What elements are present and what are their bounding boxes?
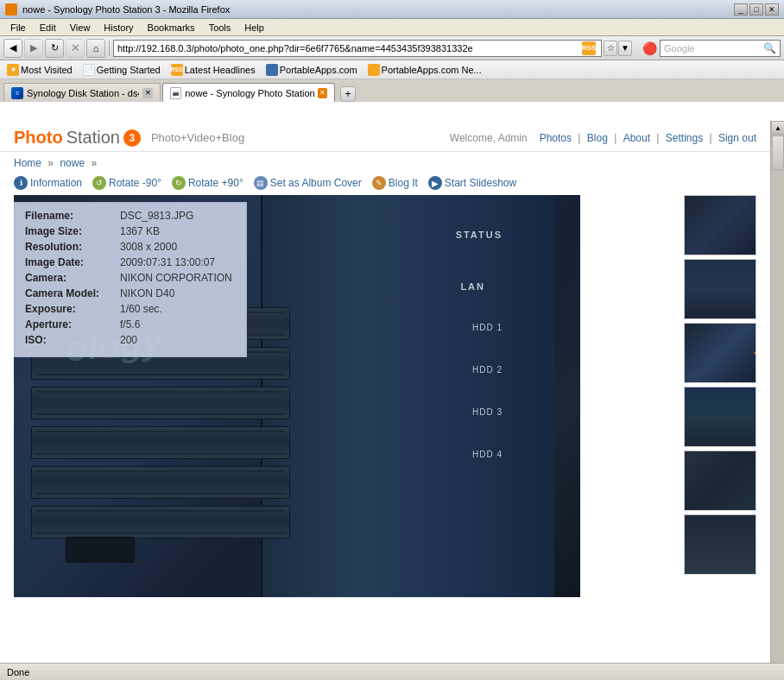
blog-icon: ✎: [372, 176, 386, 190]
usb-area: [66, 537, 135, 563]
thumbnails-sidebar: [677, 195, 756, 651]
nas-hdd1-label: HDD 1: [472, 323, 503, 332]
drive-bay-4: [31, 426, 290, 459]
nav-separator: [109, 41, 110, 56]
thumb-3[interactable]: [684, 323, 756, 383]
iso-label: ISO:: [25, 334, 120, 346]
toolbar-slideshow[interactable]: ▶ Start Slideshow: [428, 176, 516, 190]
aperture-value: f/5.6: [120, 318, 140, 331]
menu-history[interactable]: History: [97, 21, 140, 35]
scrollbar-right[interactable]: ▲ ▼: [770, 121, 784, 680]
nav-blog[interactable]: Blog: [587, 132, 608, 144]
thumb-6[interactable]: [684, 514, 756, 575]
breadcrumb-home[interactable]: Home: [14, 157, 41, 169]
logo-subtitle: Photo+Video+Blog: [151, 131, 244, 144]
tab-close-photo-station[interactable]: ✕: [318, 88, 327, 98]
page-content: Photo Station 3 Photo+Video+Blog Welcome…: [0, 121, 770, 663]
rotate-ccw-icon: ↺: [92, 176, 106, 190]
bookmark-portable-apps-ne[interactable]: PortableApps.com Ne...: [364, 63, 485, 77]
menu-view[interactable]: View: [63, 21, 98, 35]
imagesize-label: Image Size:: [25, 225, 120, 237]
app-nav: Welcome, Admin Photos | Blog | About | S…: [446, 132, 756, 144]
minimize-button[interactable]: _: [734, 3, 748, 16]
thumb-2[interactable]: [684, 259, 756, 319]
tab-bar: S Synology Disk Station - ds409 ✕ 📷 nowe…: [0, 79, 784, 102]
menu-help[interactable]: Help: [237, 21, 271, 35]
bookmark-list-button[interactable]: ▼: [618, 41, 632, 56]
bookmark-star-button[interactable]: ☆: [604, 41, 617, 56]
drive-bay-5: [31, 466, 290, 499]
menu-tools[interactable]: Tools: [202, 21, 238, 35]
breadcrumb: Home » nowe »: [0, 152, 770, 174]
nas-hdd4-label: HDD 4: [472, 450, 503, 459]
thumb-1[interactable]: [684, 195, 756, 255]
thumb-5-image: [685, 451, 756, 510]
resolution-label: Resolution:: [25, 241, 120, 253]
menu-bookmarks[interactable]: Bookmarks: [141, 21, 202, 35]
drive-bay-6: [31, 506, 290, 538]
scroll-up-button[interactable]: ▲: [771, 121, 784, 135]
aperture-label: Aperture:: [25, 318, 120, 331]
info-exposure-row: Exposure: 1/60 sec.: [25, 303, 236, 315]
toolbar-rotate-cw[interactable]: ↻ Rotate +90°: [172, 176, 243, 190]
bookmark-most-visited[interactable]: ★ Most Visited: [3, 63, 76, 77]
filename-value: DSC_9813.JPG: [120, 210, 193, 222]
google-search-button[interactable]: 🔍: [763, 42, 776, 54]
nav-signout[interactable]: Sign out: [718, 132, 756, 144]
home-button[interactable]: ⌂: [86, 39, 105, 58]
welcome-text: Welcome, Admin: [450, 132, 528, 144]
stop-button[interactable]: ✕: [66, 39, 85, 58]
imagedate-label: Image Date:: [25, 256, 120, 268]
info-camera-row: Camera: NIKON CORPORATION: [25, 272, 236, 284]
toolbar-blog-it[interactable]: ✎ Blog It: [372, 176, 418, 190]
refresh-button[interactable]: ↻: [45, 39, 64, 58]
tab-photo-station[interactable]: 📷 nowe - Synology Photo Station 3 ✕: [162, 83, 335, 102]
thumb-2-image: [685, 260, 756, 318]
status-text: Done: [7, 667, 29, 677]
rss-icon[interactable]: RSS: [582, 41, 596, 55]
google-placeholder: Google: [664, 43, 763, 54]
forward-button[interactable]: ▶: [24, 39, 43, 58]
info-imagesize-row: Image Size: 1367 KB: [25, 225, 236, 237]
nav-settings[interactable]: Settings: [666, 132, 703, 144]
cameramodel-value: NIKON D40: [120, 287, 174, 299]
nav-photos[interactable]: Photos: [540, 132, 572, 144]
filename-label: Filename:: [25, 210, 120, 222]
toolbar-album-cover[interactable]: ▤ Set as Album Cover: [254, 176, 362, 190]
back-button[interactable]: ◀: [3, 39, 22, 58]
nas-status-label: STATUS: [456, 230, 503, 240]
camera-label: Camera:: [25, 272, 120, 284]
bookmark-getting-started[interactable]: 📄 Getting Started: [79, 63, 164, 77]
scroll-thumb[interactable]: [772, 135, 784, 170]
app-logo: Photo Station 3 Photo+Video+Blog: [14, 128, 244, 148]
toolbar-information[interactable]: ℹ Information: [14, 176, 82, 190]
menu-edit[interactable]: Edit: [33, 21, 63, 35]
maximize-button[interactable]: □: [749, 3, 763, 16]
menu-file[interactable]: File: [3, 21, 33, 35]
info-filename-row: Filename: DSC_9813.JPG: [25, 210, 236, 222]
toolbar: ℹ Information ↺ Rotate -90° ↻ Rotate +90…: [0, 174, 770, 195]
address-bar[interactable]: http://192.168.0.3/photo/photo_one.php?d…: [113, 40, 602, 57]
menu-bar: File Edit View History Bookmarks Tools H…: [0, 19, 784, 36]
breadcrumb-nowe[interactable]: nowe: [60, 157, 85, 169]
exposure-value: 1/60 sec.: [120, 303, 162, 315]
info-resolution-row: Resolution: 3008 x 2000: [25, 241, 236, 253]
imagedate-value: 2009:07:31 13:00:07: [120, 256, 215, 268]
album-icon: ▤: [254, 176, 268, 190]
bookmark-latest-headlines[interactable]: RSS Latest Headlines: [168, 63, 259, 77]
app-header: Photo Station 3 Photo+Video+Blog Welcome…: [0, 121, 770, 152]
new-tab-button[interactable]: +: [340, 86, 356, 102]
thumb-4[interactable]: [684, 387, 756, 447]
toolbar-rotate-ccw[interactable]: ↺ Rotate -90°: [92, 176, 161, 190]
scroll-track[interactable]: [771, 135, 784, 666]
tab-icon-disk-station: S: [11, 87, 23, 99]
nav-about[interactable]: About: [623, 132, 650, 144]
bookmark-portable-apps[interactable]: PortableApps.com: [262, 63, 361, 77]
tab-close-disk-station[interactable]: ✕: [142, 88, 153, 98]
cameramodel-label: Camera Model:: [25, 287, 120, 299]
tab-synology-disk-station[interactable]: S Synology Disk Station - ds409 ✕: [3, 83, 161, 102]
google-search-box[interactable]: Google 🔍: [660, 40, 781, 57]
thumb-5[interactable]: [684, 450, 756, 511]
close-button[interactable]: ✕: [765, 3, 779, 16]
selected-thumb-arrow: [754, 346, 756, 360]
